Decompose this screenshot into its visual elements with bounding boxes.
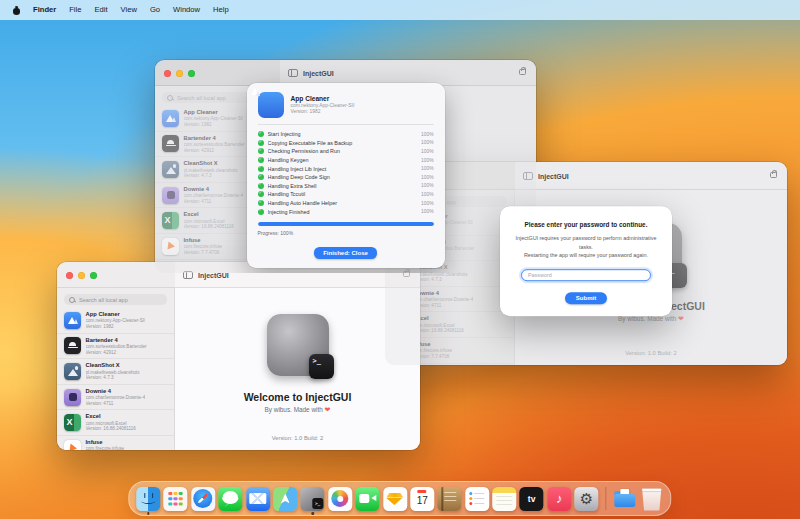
dock-item-reminders[interactable] bbox=[465, 487, 489, 511]
dock-item-settings[interactable] bbox=[575, 487, 599, 511]
menu-item-help[interactable]: Help bbox=[213, 0, 229, 20]
reminders-icon bbox=[465, 487, 489, 511]
zoom-button[interactable] bbox=[90, 272, 97, 279]
app-name: Excel bbox=[86, 413, 136, 420]
dock-item-contacts[interactable] bbox=[438, 487, 462, 511]
close-button[interactable] bbox=[164, 70, 171, 77]
apple-menu-icon[interactable] bbox=[12, 6, 20, 15]
lock-icon[interactable] bbox=[770, 172, 777, 178]
version-label: Version: 1.0 Build: 2 bbox=[175, 435, 420, 441]
dock-item-messages[interactable] bbox=[218, 487, 242, 511]
progress-label: Progress: 100% bbox=[258, 230, 434, 236]
dock-item-finder[interactable] bbox=[136, 487, 160, 511]
step-label: Handling Deep Code Sign bbox=[268, 174, 417, 180]
app-list: App Cleanercom.nektony.App-Cleaner-SIIVe… bbox=[57, 308, 174, 450]
desktop: FinderFileEditViewGoWindowHelp InjectGUI… bbox=[0, 0, 800, 519]
dock-item-safari[interactable] bbox=[191, 487, 215, 511]
dock-item-facetime[interactable] bbox=[355, 487, 379, 511]
messages-icon bbox=[218, 487, 242, 511]
sheet-app-version: Version: 1982 bbox=[291, 109, 355, 115]
app-list-item-appcleaner[interactable]: App Cleanercom.nektony.App-Cleaner-SIIVe… bbox=[57, 308, 174, 334]
dock-item-mail[interactable] bbox=[246, 487, 270, 511]
app-list-item-downie[interactable]: Downie 4com.charliemonroe.Downie-4Versio… bbox=[57, 385, 174, 411]
password-input[interactable] bbox=[521, 269, 651, 281]
sheet-app-name: App Cleaner bbox=[291, 95, 355, 104]
app-list-item-cleanshot[interactable]: CleanShot Xpl.maketheweb.cleanshotxVersi… bbox=[57, 359, 174, 385]
window-injectgui-front[interactable]: InjectGUI Search all local app App Clean… bbox=[57, 262, 420, 450]
finder-icon bbox=[136, 487, 160, 511]
dock-item-calendar[interactable]: 17 bbox=[410, 487, 434, 511]
search-icon bbox=[69, 297, 75, 303]
window-title-text: InjectGUI bbox=[538, 173, 569, 180]
step-label: Handling Keygen bbox=[268, 157, 417, 163]
mail-icon bbox=[246, 487, 270, 511]
check-icon bbox=[258, 131, 264, 137]
app-name: App Cleaner bbox=[86, 311, 146, 318]
dock-item-sketch[interactable] bbox=[383, 487, 407, 511]
welcome-title: Welcome to InjectGUI bbox=[244, 391, 352, 403]
check-icon bbox=[258, 166, 264, 172]
menu-item-window[interactable]: Window bbox=[173, 0, 200, 20]
dock-item-injectgui[interactable] bbox=[301, 487, 325, 511]
search-placeholder: Search all local app bbox=[79, 297, 128, 303]
step-label: Handling Tccutil bbox=[268, 191, 417, 197]
facetime-icon bbox=[355, 487, 379, 511]
dialog-title: Please enter your password to continue. bbox=[511, 222, 661, 229]
app-meta: CleanShot Xpl.maketheweb.cleanshotxVersi… bbox=[86, 362, 140, 381]
injection-step: Handling Deep Code Sign100% bbox=[258, 173, 434, 182]
injection-step: Handling Inject Lib Inject100% bbox=[258, 164, 434, 173]
calendar-icon: 17 bbox=[410, 487, 434, 511]
dock-item-launchpad[interactable] bbox=[164, 487, 188, 511]
finished-close-button[interactable]: Finished: Close bbox=[314, 247, 377, 259]
app-name: CleanShot X bbox=[86, 362, 140, 369]
app-list-item-excel[interactable]: Excelcom.microsoft.ExcelVersion: 16.88.2… bbox=[57, 410, 174, 436]
injection-step: Handling Auto Handle Helper100% bbox=[258, 199, 434, 208]
sidebar-toggle-icon[interactable] bbox=[288, 69, 298, 77]
step-percent: 100% bbox=[421, 209, 434, 214]
minimize-button[interactable] bbox=[176, 70, 183, 77]
downie-app-icon bbox=[64, 389, 81, 406]
menu-item-go[interactable]: Go bbox=[150, 0, 160, 20]
minimize-button[interactable] bbox=[78, 272, 85, 279]
injection-step: Start Injecting100% bbox=[258, 130, 434, 139]
app-list-item-infuse[interactable]: Infusecom.firecore.infuseVersion: 7.7.47… bbox=[57, 436, 174, 450]
menu-items: FinderFileEditViewGoWindowHelp bbox=[33, 0, 229, 20]
dock-item-notes[interactable] bbox=[492, 487, 516, 511]
injection-step: Handling Keygen100% bbox=[258, 156, 434, 165]
step-label: Handling Inject Lib Inject bbox=[268, 166, 417, 172]
close-button[interactable] bbox=[66, 272, 73, 279]
zoom-button[interactable] bbox=[188, 70, 195, 77]
dock-item-maps[interactable] bbox=[273, 487, 297, 511]
dock: 17 bbox=[128, 481, 671, 516]
app-version: Version: 4.7.3 bbox=[86, 375, 140, 381]
window-injectgui-middle[interactable]: InjectGUI Search all local app App Clean… bbox=[385, 162, 787, 365]
sheet-header: App Cleaner com.nektony.App-Cleaner-SII … bbox=[258, 92, 434, 118]
bartender-app-icon bbox=[64, 337, 81, 354]
menu-item-file[interactable]: File bbox=[69, 0, 81, 20]
dock-item-trash[interactable] bbox=[640, 487, 664, 511]
submit-button[interactable]: Submit bbox=[565, 292, 607, 304]
excel-app-icon bbox=[64, 414, 81, 431]
progress-fill bbox=[258, 222, 434, 227]
menu-item-edit[interactable]: Edit bbox=[94, 0, 107, 20]
app-meta: Infusecom.firecore.infuseVersion: 7.7.47… bbox=[86, 439, 125, 450]
search-field[interactable]: Search all local app bbox=[64, 294, 167, 305]
menu-item-finder[interactable]: Finder bbox=[33, 0, 56, 20]
app-version: Version: 16.88.24081116 bbox=[86, 426, 136, 432]
calendar-day: 17 bbox=[410, 494, 434, 508]
dock-item-downloads[interactable] bbox=[612, 487, 636, 511]
main-area: Welcome to InjectGUI By wibus. Made with… bbox=[175, 288, 420, 450]
step-label: Copying Executable File as Backup bbox=[268, 140, 417, 146]
app-list-item-bartender[interactable]: Bartender 4com.surteesstudios.BartenderV… bbox=[57, 334, 174, 360]
window-body: Search all local app App Cleanercom.nekt… bbox=[57, 288, 420, 450]
app-name: Downie 4 bbox=[86, 388, 146, 395]
dock-item-music[interactable] bbox=[547, 487, 571, 511]
menu-item-view[interactable]: View bbox=[121, 0, 137, 20]
app-bundle-id: com.charliemonroe.Downie-4 bbox=[86, 395, 146, 401]
appcleaner-app-icon bbox=[64, 312, 81, 329]
dock-item-appletv[interactable] bbox=[520, 487, 544, 511]
dialog-line1: InjectGUI requires your password to perf… bbox=[516, 236, 657, 250]
dock-item-photos[interactable] bbox=[328, 487, 352, 511]
lock-icon[interactable] bbox=[519, 69, 526, 75]
document-peek-icon bbox=[620, 489, 629, 497]
